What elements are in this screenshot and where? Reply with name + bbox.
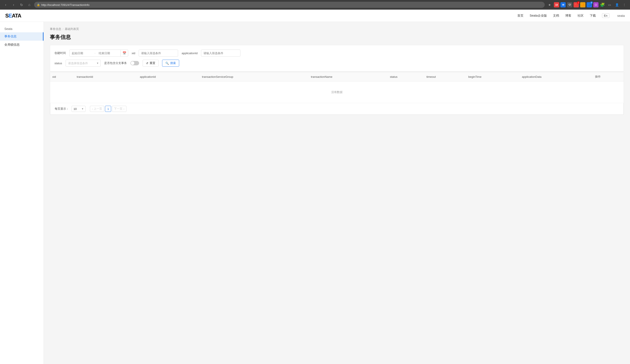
app-header: SEATA 首页 Seata企业版 文档 博客 社区 下载 En seata [0,10,630,22]
search-icon: 🔍 [166,62,169,65]
xid-label: xid [132,52,136,55]
user-name: seata [617,14,625,17]
back-button[interactable]: ‹ [2,2,9,8]
extension-purple[interactable]: ⬡ [593,2,598,7]
table-body: 没有数据 [50,81,624,103]
sidebar-item-transaction-info[interactable]: 事务信息 [0,32,44,41]
page-1-button[interactable]: 1 [105,106,111,112]
home-button[interactable]: ⌂ [26,2,32,8]
table-card: xid transactionId applicationId transact… [50,72,624,115]
calendar-icon[interactable]: 📅 [120,50,128,56]
lang-switch[interactable]: En [602,13,610,18]
extension-shield[interactable]: 🛡 [567,2,572,7]
per-page-label: 每页显示： [55,107,69,111]
main-content: 事务信息 / 基础列表页 事务信息 创建时间 - 📅 xid applicati… [44,22,630,364]
logo-a2: A [18,13,21,18]
date-range-picker[interactable]: - 📅 [69,50,128,57]
account-button[interactable]: 👤 [614,2,620,8]
status-select-wrapper: 请选择筛选条件 ▼ [66,60,100,67]
nav-enterprise[interactable]: Seata企业版 [530,14,547,18]
col-transaction-name: transactionName [309,72,388,81]
col-transaction-id: transactionId [74,72,138,81]
filter-row-2: status 请选择筛选条件 ▼ 是否包含分支事务 ↺ 重置 🔍 搜索 [54,60,619,67]
col-status: status [388,72,424,81]
breadcrumb-separator: / [62,27,64,31]
per-page-select[interactable]: 10 20 50 100 [72,106,86,112]
breadcrumb-current: 基础列表页 [65,27,79,31]
pagination-bar: 每页显示： 10 20 50 100 ▼ ‹ 上一页 1 [50,103,624,115]
logo: SEATA [5,13,21,19]
xid-input[interactable] [139,50,178,57]
filter-row-1: 创建时间 - 📅 xid applicationId [54,50,619,57]
sidebar-toggle-button[interactable]: ▭ [606,2,612,8]
extension-orange[interactable]: 🟠 [580,2,586,7]
logo-e: E [8,13,12,18]
url-text: http://localhost:7091/#/TransactionInfo [41,3,90,6]
lock-icon: 🔒 [37,3,40,6]
table-header-row: xid transactionId applicationId transact… [50,72,624,81]
nav-community[interactable]: 社区 [578,14,584,18]
per-page-select-wrapper: 10 20 50 100 ▼ [72,106,86,112]
date-separator: - [94,51,96,55]
refresh-button[interactable]: ↻ [18,2,24,8]
col-xid: xid [50,72,74,81]
menu-button[interactable]: ⋮ [621,2,628,8]
logo-a1: A [12,13,15,18]
breadcrumb-root: 事务信息 [50,27,61,31]
logo-s: S [5,13,8,18]
status-select[interactable]: 请选择筛选条件 [66,60,100,67]
filter-card: 创建时间 - 📅 xid applicationId status 请选择筛选条… [50,45,624,72]
col-actions: 操作 [593,72,624,81]
nav-docs[interactable]: 文档 [553,14,559,18]
status-label: status [54,62,62,65]
nav-home[interactable]: 首页 [517,14,524,18]
nav-links: 首页 Seata企业版 文档 博客 社区 下载 En seata [517,13,625,18]
page-title: 事务信息 [50,34,624,41]
star-button[interactable]: ★ [546,2,552,8]
extension-18[interactable]: 18 [554,2,559,7]
reset-label: 重置 [150,61,155,65]
col-application-data: applicationData [520,72,593,81]
browser-actions: ★ 18 ✉ 🛡 🔴1 🟠 🔵8 ⬡ 🧩 ▭ 👤 ⋮ [546,2,628,8]
sidebar-item-global-lock-info[interactable]: 全局锁信息 [0,41,44,49]
end-date-input[interactable] [96,52,120,55]
application-id-label: applicationId [182,52,198,55]
col-timeout: timeout [424,72,466,81]
prev-page-button[interactable]: ‹ 上一页 [90,106,104,112]
pagination-controls: ‹ 上一页 1 下一页 › [90,106,126,112]
prev-label: 上一页 [94,107,102,111]
empty-text: 没有数据 [50,81,624,103]
extension-mail[interactable]: ✉ [560,2,566,7]
forward-button[interactable]: › [10,2,16,8]
prev-icon: ‹ [92,107,93,111]
col-begin-time: beginTime [466,72,520,81]
search-label: 搜索 [170,61,176,65]
table-head: xid transactionId applicationId transact… [50,72,624,81]
extension-blue-8[interactable]: 🔵8 [587,2,592,7]
search-button[interactable]: 🔍 搜索 [162,60,179,67]
logo-t: T [15,13,18,18]
breadcrumb: 事务信息 / 基础列表页 [50,27,624,31]
col-application-id: applicationId [138,72,200,81]
branch-tx-label: 是否包含分支事务 [104,61,127,65]
application-id-input[interactable] [201,50,240,57]
branch-tx-toggle[interactable] [130,61,139,65]
sidebar: Seata 事务信息 全局锁信息 [0,22,44,364]
extension-red-1[interactable]: 🔴1 [574,2,579,7]
next-page-button[interactable]: 下一页 › [112,106,126,112]
reset-button[interactable]: ↺ 重置 [142,60,158,67]
extension-puzzle[interactable]: 🧩 [600,2,605,7]
sidebar-root[interactable]: Seata [0,25,44,32]
address-bar[interactable]: 🔒 http://localhost:7091/#/TransactionInf… [34,2,545,8]
data-table: xid transactionId applicationId transact… [50,72,624,103]
start-date-input[interactable] [70,52,94,55]
nav-download[interactable]: 下载 [590,14,596,18]
empty-row: 没有数据 [50,81,624,103]
next-label: 下一页 [114,107,122,111]
browser-chrome: ‹ › ↻ ⌂ 🔒 http://localhost:7091/#/Transa… [0,0,630,10]
nav-blog[interactable]: 博客 [565,14,572,18]
refresh-icon: ↺ [146,62,148,65]
next-icon: › [124,107,124,111]
page-layout: Seata 事务信息 全局锁信息 事务信息 / 基础列表页 事务信息 创建时间 … [0,22,630,364]
create-time-label: 创建时间 [54,51,66,55]
